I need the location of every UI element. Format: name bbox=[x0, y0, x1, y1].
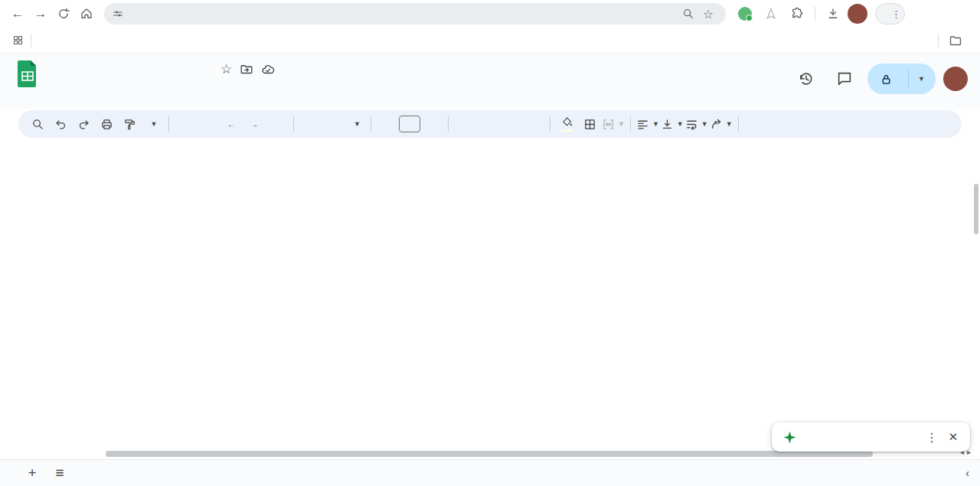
address-bar[interactable]: ☆ bbox=[104, 3, 726, 24]
nav-arrow-icon bbox=[764, 7, 778, 21]
zoom-page-button[interactable] bbox=[678, 4, 698, 24]
share-dropdown-icon[interactable]: ▼ bbox=[918, 75, 925, 83]
vertical-scrollbar[interactable] bbox=[972, 142, 980, 447]
sparkle-icon bbox=[782, 430, 797, 445]
search-icon bbox=[31, 118, 44, 131]
formatting-toolbar: ▼ ← → ▼ ▼ ▼ ▼ ▼ A▼ bbox=[18, 110, 962, 138]
merge-cells-button[interactable]: ▼ bbox=[602, 113, 625, 135]
reload-icon bbox=[57, 7, 70, 21]
merge-cells-icon bbox=[602, 118, 615, 131]
apps-grid-button[interactable] bbox=[8, 31, 28, 51]
search-menus-button[interactable] bbox=[27, 113, 48, 135]
print-button[interactable] bbox=[96, 113, 117, 135]
horizontal-align-button[interactable]: ▼ bbox=[636, 113, 659, 135]
print-icon bbox=[100, 118, 113, 131]
italic-button[interactable] bbox=[477, 113, 498, 135]
sheets-logo-icon[interactable] bbox=[17, 60, 38, 87]
strikethrough-button[interactable] bbox=[500, 113, 521, 135]
format-currency-button[interactable] bbox=[175, 113, 196, 135]
paint-format-button[interactable] bbox=[119, 113, 140, 135]
chevron-down-icon: ▼ bbox=[151, 120, 158, 128]
text-rotation-icon: A bbox=[710, 118, 723, 131]
browser-toolbar: ← → ☆ ⋮ bbox=[0, 0, 980, 28]
add-sheet-button[interactable]: + bbox=[18, 462, 46, 484]
magnifier-icon bbox=[682, 8, 694, 20]
smart-chips-popup: ⋮ ✕ bbox=[772, 422, 970, 452]
sheet-tab-bar: + ≡ ‹ bbox=[0, 459, 980, 486]
chevron-down-icon: ▼ bbox=[652, 120, 659, 128]
font-select[interactable]: ▼ bbox=[299, 113, 365, 135]
home-button[interactable] bbox=[75, 2, 98, 25]
version-history-button[interactable] bbox=[791, 64, 822, 94]
vertical-align-button[interactable]: ▼ bbox=[661, 113, 684, 135]
chevron-down-icon: ▼ bbox=[726, 120, 733, 128]
number-format-button[interactable] bbox=[266, 113, 288, 135]
home-icon bbox=[80, 7, 93, 21]
text-wrap-button[interactable]: ▼ bbox=[685, 113, 708, 135]
toolbar-divider bbox=[815, 7, 815, 21]
bookmark-star-button[interactable]: ☆ bbox=[698, 4, 718, 24]
browser-menu-icon[interactable]: ⋮ bbox=[891, 8, 901, 20]
more-toolbar-button[interactable] bbox=[744, 113, 766, 135]
borders-button[interactable] bbox=[579, 113, 600, 135]
back-button[interactable]: ← bbox=[6, 2, 29, 25]
new-chrome-button[interactable]: ⋮ bbox=[875, 3, 905, 24]
move-to-folder-icon[interactable] bbox=[240, 63, 253, 77]
collapse-toolbar-button[interactable] bbox=[932, 113, 953, 135]
align-left-icon bbox=[636, 118, 649, 131]
text-color-button[interactable] bbox=[523, 113, 544, 135]
decrease-font-size-button[interactable] bbox=[377, 113, 398, 135]
extension-green-icon bbox=[738, 7, 752, 21]
extensions-button[interactable] bbox=[786, 2, 808, 25]
app-profile-avatar[interactable] bbox=[943, 67, 968, 91]
font-size-input[interactable] bbox=[399, 116, 420, 132]
downloads-button[interactable] bbox=[822, 2, 844, 25]
fill-color-button[interactable] bbox=[556, 113, 577, 135]
site-settings-icon[interactable] bbox=[112, 8, 124, 20]
lock-icon bbox=[880, 73, 893, 86]
browser-actions: ⋮ bbox=[733, 2, 905, 25]
tabbar-scroll-left-button[interactable]: ‹ bbox=[965, 467, 969, 479]
nav-share-button[interactable] bbox=[760, 2, 782, 25]
chevron-down-icon: ▼ bbox=[677, 120, 684, 128]
zoom-select[interactable]: ▼ bbox=[142, 113, 163, 135]
vertical-align-icon bbox=[661, 118, 674, 131]
comments-button[interactable] bbox=[829, 64, 860, 94]
share-button[interactable]: ▼ bbox=[867, 64, 936, 94]
all-sheets-button[interactable]: ≡ bbox=[46, 462, 74, 484]
cloud-saved-icon bbox=[261, 63, 275, 77]
folder-icon bbox=[949, 34, 962, 47]
undo-icon bbox=[54, 118, 67, 131]
undo-button[interactable] bbox=[50, 113, 71, 135]
horizontal-scrollbar-thumb[interactable] bbox=[106, 451, 873, 457]
apps-grid-icon bbox=[12, 34, 24, 46]
redo-icon bbox=[77, 118, 90, 131]
redo-button[interactable] bbox=[73, 113, 94, 135]
format-percent-button[interactable] bbox=[198, 113, 219, 135]
forward-button[interactable]: → bbox=[29, 2, 52, 25]
decrease-decimal-button[interactable]: ← bbox=[220, 113, 242, 135]
star-document-icon[interactable]: ☆ bbox=[220, 61, 232, 77]
text-wrap-icon bbox=[685, 118, 698, 131]
text-rotation-button[interactable]: A▼ bbox=[710, 113, 733, 135]
fill-bucket-icon bbox=[561, 116, 573, 128]
bold-button[interactable] bbox=[454, 113, 475, 135]
all-bookmarks-button[interactable] bbox=[949, 34, 966, 47]
sheets-header: ☆ ▼ bbox=[0, 54, 980, 109]
svg-text:A: A bbox=[714, 120, 717, 126]
chevron-down-icon: ▼ bbox=[618, 120, 625, 128]
browser-profile-avatar[interactable] bbox=[848, 4, 867, 24]
reload-button[interactable] bbox=[52, 2, 75, 25]
bookmarks-divider-right bbox=[938, 34, 939, 47]
history-icon bbox=[798, 70, 815, 87]
popup-more-button[interactable]: ⋮ bbox=[921, 426, 942, 448]
vertical-scrollbar-thumb[interactable] bbox=[974, 184, 978, 234]
download-icon bbox=[826, 7, 840, 21]
bookmarks-divider bbox=[31, 34, 31, 47]
increase-decimal-button[interactable]: → bbox=[243, 113, 265, 135]
bookmarks-bar bbox=[0, 28, 980, 54]
popup-close-button[interactable]: ✕ bbox=[942, 426, 964, 448]
paint-roller-icon bbox=[123, 118, 136, 131]
extension-green-button[interactable] bbox=[733, 2, 756, 25]
increase-font-size-button[interactable] bbox=[421, 113, 443, 135]
